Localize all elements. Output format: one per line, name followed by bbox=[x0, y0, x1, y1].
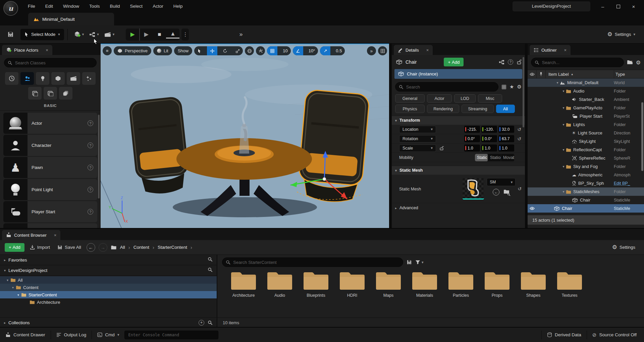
mesh-asset-dropdown[interactable]: SM▾ bbox=[487, 178, 516, 186]
close-icon[interactable]: × bbox=[54, 233, 57, 238]
cmd-dropdown[interactable]: Cmd ▾ bbox=[92, 328, 124, 342]
static-mesh-thumbnail[interactable] bbox=[463, 178, 484, 199]
use-selected-asset-icon[interactable]: ← bbox=[493, 189, 499, 195]
folder-props[interactable]: Props bbox=[480, 271, 514, 318]
forward-button[interactable]: → bbox=[99, 243, 107, 252]
menu-tools[interactable]: Tools bbox=[84, 0, 105, 13]
details-search-input[interactable] bbox=[406, 84, 495, 90]
panel-splitter[interactable] bbox=[525, 44, 528, 228]
scale-z-field[interactable]: 1.0 bbox=[498, 145, 514, 152]
outliner-row-player-start[interactable]: Player StartPlayerSt bbox=[528, 112, 644, 120]
menu-help[interactable]: Help bbox=[168, 0, 188, 13]
outliner-row-atmospheric[interactable]: ☁AtmosphericAtmosph bbox=[528, 171, 644, 179]
source-control-button[interactable]: ⊘ Source Control Off bbox=[587, 328, 642, 342]
item-label-column-header[interactable]: Item Label ▲ bbox=[546, 72, 614, 77]
outliner-search-input[interactable] bbox=[542, 60, 620, 65]
tree-row-architecture[interactable]: Architecture bbox=[0, 298, 217, 306]
unlock-icon[interactable] bbox=[517, 59, 522, 65]
close-icon[interactable]: × bbox=[426, 48, 429, 53]
maximize-viewport-button[interactable] bbox=[378, 46, 387, 55]
camera-speed-value[interactable]: 0.5 bbox=[333, 48, 345, 53]
close-button[interactable]: × bbox=[626, 1, 641, 12]
stop-button[interactable]: ■ bbox=[153, 28, 166, 41]
folder-textures[interactable]: Textures bbox=[553, 271, 586, 318]
blueprint-convert-icon[interactable] bbox=[499, 60, 504, 65]
create-folder-icon[interactable]: + bbox=[627, 59, 633, 66]
move-tool-button[interactable] bbox=[207, 46, 217, 55]
angle-snap-icon[interactable]: ∠ bbox=[293, 46, 303, 55]
camera-speed-icon[interactable]: ↗ bbox=[320, 46, 330, 55]
tree-row-startercontent[interactable]: ▾StarterContent bbox=[0, 291, 217, 298]
filter-misc[interactable]: Misc bbox=[478, 94, 502, 103]
menu-select[interactable]: Select bbox=[125, 0, 148, 13]
editor-settings-dropdown[interactable]: ⚙ Settings ▾ bbox=[607, 31, 635, 38]
help-icon[interactable]: ? bbox=[508, 59, 513, 65]
filter-rendering[interactable]: Rendering bbox=[427, 105, 459, 113]
location-dropdown[interactable]: Location▾ bbox=[399, 126, 436, 133]
select-mode-dropdown[interactable]: Select Mode ▾ bbox=[20, 29, 64, 40]
viewport-overflow-button[interactable]: » bbox=[367, 46, 376, 55]
list-item-character[interactable]: Character? bbox=[3, 135, 97, 156]
skip-button[interactable]: ▶ bbox=[139, 28, 153, 41]
select-tool-button[interactable] bbox=[194, 46, 205, 55]
panel-splitter[interactable] bbox=[389, 44, 392, 228]
outliner-row-world[interactable]: ▾Minimal_DefaultWorld bbox=[528, 78, 644, 87]
search-icon[interactable] bbox=[208, 320, 213, 325]
outliner-row-sphere-reflection[interactable]: SphereReflecSphereR bbox=[528, 154, 644, 162]
location-x-field[interactable]: -215. bbox=[464, 126, 480, 133]
mobility-stationary-option[interactable]: Stationary bbox=[488, 154, 501, 161]
filter-dropdown[interactable]: ▾ bbox=[415, 260, 424, 265]
menu-file[interactable]: File bbox=[23, 0, 40, 13]
filter-physics[interactable]: Physics bbox=[395, 105, 425, 113]
folder-particles[interactable]: Particles bbox=[444, 271, 478, 318]
location-y-field[interactable]: -120. bbox=[481, 126, 497, 133]
details-scrollbar[interactable] bbox=[523, 57, 524, 127]
outliner-row-gameplay-folder[interactable]: ▾GamePlayActoFolder bbox=[528, 104, 644, 112]
help-icon[interactable]: ? bbox=[88, 142, 93, 148]
filter-actor[interactable]: Actor bbox=[427, 94, 452, 103]
save-all-button[interactable]: Save All bbox=[55, 245, 83, 250]
category-geometry-button[interactable] bbox=[28, 87, 42, 100]
help-icon[interactable]: ? bbox=[88, 187, 93, 192]
help-icon[interactable]: ? bbox=[88, 165, 93, 170]
scale-lock-icon[interactable] bbox=[439, 146, 444, 151]
folder-blueprints[interactable]: Blueprints bbox=[299, 271, 333, 318]
scale-x-field[interactable]: 1.0 bbox=[464, 145, 480, 152]
save-search-icon[interactable] bbox=[407, 260, 412, 265]
back-button[interactable]: ← bbox=[87, 243, 95, 252]
cinematics-button[interactable]: ▾ bbox=[102, 28, 117, 41]
blueprints-button[interactable]: ▾ bbox=[87, 28, 102, 41]
component-row-chair-instance[interactable]: Chair (Instance) bbox=[394, 69, 522, 79]
collections-section[interactable]: ▸ Collections + bbox=[0, 317, 217, 328]
gear-icon[interactable]: ⚙ bbox=[517, 84, 522, 90]
grid-snap-value[interactable]: 10 bbox=[280, 48, 290, 53]
tab-details[interactable]: Details × bbox=[394, 45, 433, 55]
tree-row-content[interactable]: ▾Content bbox=[0, 284, 217, 291]
list-item-partial[interactable] bbox=[3, 223, 97, 228]
scale-tool-button[interactable] bbox=[232, 46, 243, 55]
viewport-menu-button[interactable]: ≡ bbox=[103, 46, 112, 55]
category-cinematic-button[interactable] bbox=[67, 72, 80, 85]
add-actor-button[interactable]: ▾ bbox=[71, 28, 87, 41]
rotation-snap-control[interactable]: ∠ 10° bbox=[293, 46, 318, 55]
camera-speed-control[interactable]: ↗ 0.5 bbox=[320, 46, 345, 55]
folder-materials[interactable]: Materials bbox=[408, 271, 441, 318]
folder-architecture[interactable]: Architecture bbox=[227, 271, 260, 318]
display-filter-icon[interactable] bbox=[501, 84, 506, 90]
category-recent-button[interactable] bbox=[5, 72, 18, 85]
add-collection-icon[interactable]: + bbox=[199, 320, 204, 326]
tab-minimal-default[interactable]: Minimal_Default bbox=[28, 13, 114, 25]
search-classes-input[interactable] bbox=[15, 60, 93, 65]
outliner-row-lights-folder[interactable]: ▾LightsFolder bbox=[528, 120, 644, 129]
rotation-y-field[interactable]: 0.0° bbox=[481, 135, 497, 142]
surface-snapping-button[interactable] bbox=[256, 46, 265, 55]
mobility-movable-option[interactable]: Movable bbox=[501, 154, 514, 161]
help-icon[interactable]: ? bbox=[88, 120, 93, 126]
browse-to-asset-icon[interactable] bbox=[503, 189, 509, 195]
menu-window[interactable]: Window bbox=[58, 0, 84, 13]
rotation-x-field[interactable]: 0.0° bbox=[464, 135, 480, 142]
search-icon[interactable] bbox=[208, 257, 213, 263]
list-item-actor[interactable]: Actor? bbox=[3, 113, 97, 134]
outliner-row-bp-sky-sphere[interactable]: BP_Sky_SphEdit BP_ bbox=[528, 179, 644, 187]
reset-rotation-button[interactable]: ↺ bbox=[516, 136, 523, 141]
